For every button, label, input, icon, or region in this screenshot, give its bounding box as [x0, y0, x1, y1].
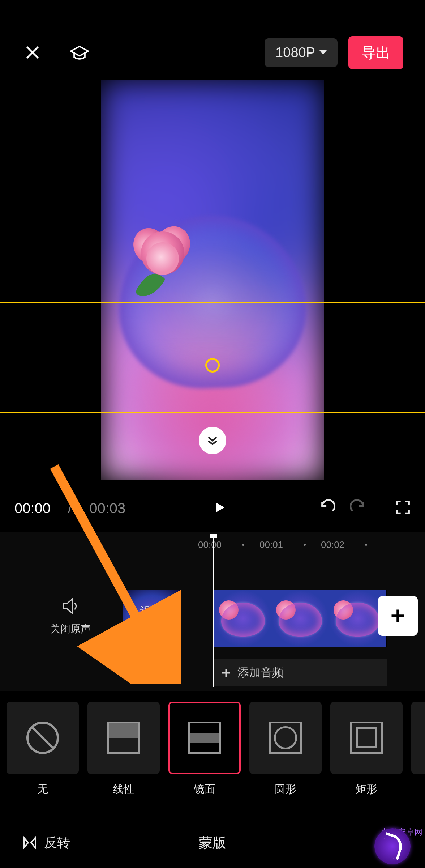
tutorial-button[interactable]: [69, 42, 90, 63]
resolution-dropdown[interactable]: 1080P: [265, 38, 338, 67]
caret-down-icon: [319, 50, 327, 55]
rect-icon: [350, 722, 383, 754]
mask-guide-bottom[interactable]: [0, 412, 425, 413]
preview-canvas[interactable]: [101, 80, 324, 480]
invert-label: 反转: [44, 834, 70, 852]
play-icon: [212, 500, 227, 515]
circle-icon: [269, 722, 302, 754]
watermark: 龙城安卓网: [360, 825, 425, 868]
mask-option-mirror[interactable]: 镜面: [168, 702, 241, 797]
mute-original-audio[interactable]: 关闭原声: [47, 597, 94, 636]
redo-button: [350, 499, 366, 517]
rose-graphic: [126, 217, 199, 289]
ruler-mark: 00:01: [259, 539, 283, 550]
video-clip[interactable]: [214, 590, 387, 647]
mirror-icon: [188, 722, 221, 754]
time-total: 00:03: [89, 500, 125, 516]
close-icon: [25, 44, 40, 60]
chevron-double-down-icon: [206, 434, 219, 447]
play-button[interactable]: [212, 500, 227, 516]
ruler-dot: [304, 544, 306, 546]
fullscreen-button[interactable]: [395, 500, 411, 516]
mask-label: 圆形: [275, 782, 296, 797]
undo-button[interactable]: [319, 499, 335, 517]
mask-guide-top[interactable]: [0, 302, 425, 303]
mute-label: 关闭原声: [47, 622, 94, 636]
mask-label: 线性: [113, 782, 134, 797]
ruler-dot: [242, 544, 244, 546]
mirror-flip-icon: [22, 835, 38, 851]
invert-mask-button[interactable]: 反转: [22, 834, 70, 852]
mask-option-none[interactable]: 无: [7, 702, 79, 797]
fullscreen-icon: [395, 500, 411, 515]
panel-title: 蒙版: [199, 834, 226, 852]
playhead[interactable]: [213, 535, 214, 687]
mask-label: 无: [37, 782, 48, 797]
set-cover-label: 设置 封面: [140, 604, 163, 633]
mask-option-rect[interactable]: 矩形: [330, 702, 403, 797]
ruler-mark: 00:00: [198, 539, 222, 550]
mask-label: 矩形: [356, 782, 377, 797]
add-clip-button[interactable]: [378, 596, 418, 636]
export-label: 导出: [361, 44, 390, 60]
resolution-value: 1080P: [275, 45, 315, 60]
mask-label: 镜面: [194, 782, 215, 797]
preview-area: [0, 80, 425, 480]
mask-options: 无 线性 镜面 圆形 矩形: [0, 702, 425, 803]
speaker-icon: [61, 597, 80, 616]
timeline-ruler[interactable]: 00:00 00:01 00:02: [0, 537, 425, 552]
mask-option-more[interactable]: [411, 702, 425, 774]
mask-option-linear[interactable]: 线性: [87, 702, 160, 797]
plus-icon: [389, 607, 407, 625]
plus-small-icon: [221, 667, 232, 678]
set-cover-button[interactable]: 设置 封面: [123, 590, 181, 647]
redo-icon: [350, 499, 366, 516]
linear-icon: [107, 722, 140, 754]
mask-center-handle[interactable]: [205, 358, 220, 373]
export-button[interactable]: 导出: [348, 36, 403, 69]
watermark-logo-icon: [374, 828, 411, 864]
none-icon: [26, 722, 59, 754]
mask-option-circle[interactable]: 圆形: [249, 702, 322, 797]
close-button[interactable]: [22, 42, 43, 63]
graduation-cap-icon: [69, 42, 90, 63]
timeline[interactable]: 00:00 00:01 00:02 关闭原声 设置 封面 添加音频: [0, 532, 425, 691]
time-separator: /: [68, 500, 72, 516]
undo-icon: [319, 499, 335, 516]
ruler-mark: 00:02: [321, 539, 344, 550]
add-audio-label: 添加音频: [237, 665, 284, 681]
add-audio-button[interactable]: 添加音频: [214, 659, 387, 686]
mask-expand-handle[interactable]: [199, 427, 226, 454]
ruler-dot: [365, 544, 367, 546]
time-current: 00:00: [14, 500, 51, 516]
